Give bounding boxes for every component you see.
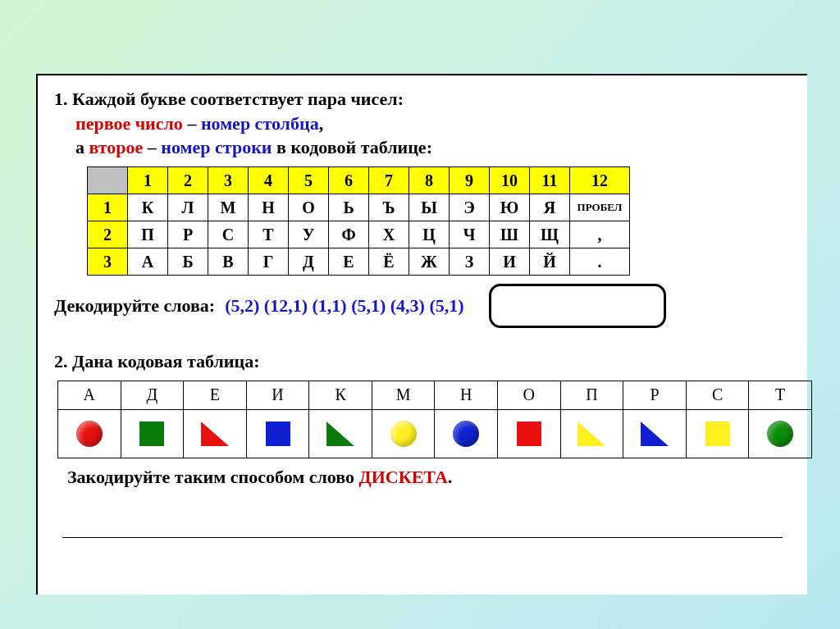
answer-line (62, 537, 783, 538)
shape-cell (560, 409, 623, 458)
shape-cell (246, 409, 309, 458)
shape-cell (184, 409, 247, 458)
cell: Ъ (369, 194, 409, 221)
cell: Н (249, 194, 289, 221)
cell: Ц (409, 221, 450, 248)
task1-line2: первое число – номер столбца, (75, 112, 791, 136)
code-table: 1 2 3 4 5 6 7 8 9 10 11 12 1 К Л М Н О Ь… (87, 166, 630, 276)
letter-cell: Т (749, 381, 812, 409)
square-green-icon (139, 422, 164, 446)
shape-cell (623, 409, 687, 458)
cell: З (450, 248, 490, 276)
cell: У (289, 221, 329, 248)
shape-cell (749, 409, 812, 458)
answer-box[interactable] (489, 284, 666, 328)
row-number: номер строки (161, 137, 272, 157)
row-header: 1 (88, 194, 128, 221)
cell: М (208, 194, 249, 221)
corner-cell (88, 167, 128, 194)
letter-cell: Р (623, 381, 687, 409)
cell: ПРОБЕЛ (570, 194, 630, 221)
row-header: 3 (88, 248, 128, 276)
table-row: 1 К Л М Н О Ь Ъ Ы Э Ю Я ПРОБЕЛ (88, 194, 630, 221)
decode-codes: (5,2) (12,1) (1,1) (5,1) (4,3) (5,1) (225, 295, 463, 317)
cell: . (570, 248, 630, 276)
table-row: 2 П Р С Т У Ф Х Ц Ч Ш Щ , (88, 221, 630, 248)
task1-line3: а второе – номер строки в кодовой таблиц… (75, 135, 791, 160)
task2-num: 2. (54, 351, 68, 371)
decode-row: Декодируйте слова: (5,2) (12,1) (1,1) (5… (54, 284, 791, 328)
cell: Ю (490, 194, 530, 221)
circle-red-icon (76, 421, 103, 447)
row-header: 2 (88, 221, 128, 248)
shape-cell (309, 409, 372, 458)
letter-cell: И (246, 381, 309, 409)
triangle-blue-icon (641, 422, 669, 446)
cell: О (289, 194, 329, 221)
cell: Э (450, 194, 490, 221)
task1-text1: Каждой букве соответствует пара чисел: (72, 89, 404, 109)
letter-cell: К (309, 381, 372, 409)
shape-cell (435, 409, 498, 458)
triangle-green-icon (326, 422, 354, 446)
letter-cell: Д (121, 381, 184, 409)
col-header: 6 (329, 167, 369, 194)
col-header: 3 (208, 167, 249, 194)
col-header: 1 (128, 167, 168, 194)
worksheet: 1. Каждой букве соответствует пара чисел… (36, 74, 807, 595)
circle-yellow-icon (390, 421, 417, 447)
table-row: 3 А Б В Г Д Е Ё Ж З И Й . (88, 248, 630, 276)
triangle-yellow-icon (578, 422, 605, 446)
shape-cell (58, 409, 121, 458)
circle-blue-icon (453, 421, 479, 447)
cell: Р (168, 221, 208, 248)
col-header: 7 (369, 167, 409, 194)
encode-instruction: Закодируйте таким способом слово ДИСКЕТА… (67, 467, 791, 488)
square-blue-icon (266, 422, 290, 446)
second: второе (89, 137, 144, 157)
cell: Е (329, 248, 369, 276)
square-yellow-icon (705, 422, 730, 446)
cell: Л (168, 194, 208, 221)
cell: Я (530, 194, 570, 221)
first-number: первое число (75, 113, 183, 134)
letter-cell: А (58, 381, 121, 409)
table-row (58, 409, 812, 458)
cell: Д (289, 248, 329, 276)
task1-line1: 1. Каждой букве соответствует пара чисел… (54, 87, 791, 112)
square-red-icon (517, 422, 541, 446)
letter-cell: П (560, 381, 623, 409)
task2-line: 2. Дана кодовая таблица: (54, 349, 791, 374)
triangle-red-icon (201, 422, 229, 446)
shape-cell (121, 409, 184, 458)
cell: С (208, 221, 249, 248)
shape-cell (372, 409, 435, 458)
cell: А (128, 248, 168, 276)
letter-cell: Н (435, 381, 498, 409)
cell: Щ (530, 221, 570, 248)
letter-cell: Е (184, 381, 247, 409)
cell: Й (530, 248, 570, 276)
letter-cell: О (498, 381, 561, 409)
task2-title: Дана кодовая таблица: (72, 351, 259, 371)
col-header: 2 (168, 167, 208, 194)
shape-table: А Д Е И К М Н О П Р С Т (57, 381, 812, 458)
cell: К (128, 194, 168, 221)
cell: Г (249, 248, 289, 276)
col-header: 4 (249, 167, 289, 194)
letter-cell: М (372, 381, 435, 409)
letter-cell: С (686, 381, 749, 409)
cell: И (490, 248, 530, 276)
cell: В (208, 248, 249, 276)
target-word: ДИСКЕТА (359, 467, 448, 487)
cell: , (570, 221, 630, 248)
cell: Ё (369, 248, 409, 276)
shape-cell (686, 409, 749, 458)
col-header: 8 (409, 167, 450, 194)
decode-label: Декодируйте слова: (54, 295, 215, 317)
cell: Б (168, 248, 208, 276)
column-number: номер столбца (201, 113, 319, 134)
col-header: 11 (530, 167, 570, 194)
table-row: 1 2 3 4 5 6 7 8 9 10 11 12 (88, 167, 630, 194)
col-header: 9 (450, 167, 490, 194)
